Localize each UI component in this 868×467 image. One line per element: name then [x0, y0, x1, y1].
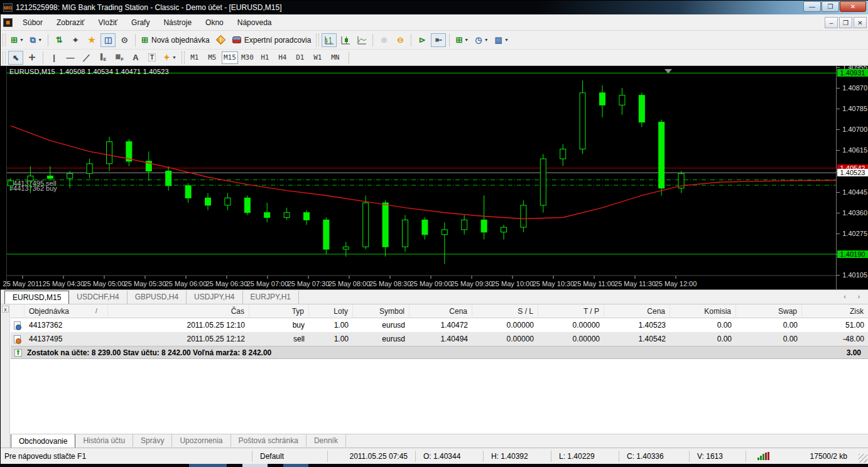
column-header-7[interactable]: T / P [538, 304, 604, 318]
chart-shift-button[interactable]: ⇤ [431, 33, 446, 47]
zoom-out-button[interactable]: ⊖ [393, 33, 408, 47]
new-chart-button[interactable]: ⊞▼ [8, 33, 26, 47]
candle-body [225, 198, 231, 205]
main-window: MIG 1212525998: MIG Bank Trading Station… [0, 0, 868, 467]
arrows-tool-button[interactable]: ✦▼ [161, 51, 179, 65]
menu-item-vloi[interactable]: Vložiť [92, 16, 125, 30]
chart-tab-usdjpyh4[interactable]: USDJPY,H4 [187, 291, 242, 304]
templates-button[interactable]: ▨▼ [492, 33, 511, 47]
minimize-button[interactable]: — [803, 1, 821, 12]
close-button[interactable]: ✕ [840, 1, 866, 12]
chart-tab-eurusdm15[interactable]: EURUSD,M15 [4, 291, 69, 304]
alert-icon: ! [216, 35, 226, 45]
auto-scroll-button[interactable]: ⊳ [415, 33, 430, 47]
chart-area[interactable]: #44137495 sell#44137362 buy EURUSD,M15 1… [1, 66, 868, 289]
sort-indicator[interactable]: / [95, 308, 97, 314]
column-header-11[interactable]: Zisk [802, 304, 868, 318]
timeframe-button-w1[interactable]: W1 [310, 51, 326, 64]
timeframe-button-h4[interactable]: H4 [274, 51, 291, 64]
terminal-tab-histriatu[interactable]: História účtu [75, 434, 133, 447]
metaeditor-button[interactable]: ! [214, 33, 229, 47]
price-badge-1.40190: 1.40190 [837, 250, 868, 258]
expert-advisors-button[interactable]: Expertní poradcovia [230, 33, 314, 47]
timeframe-button-h1[interactable]: H1 [257, 51, 273, 64]
navigator-button[interactable]: ★ [84, 33, 99, 47]
market-watch-button[interactable]: ⇅ [52, 33, 67, 47]
menu-item-npoveda[interactable]: Nápoveda [231, 16, 279, 30]
periods-button[interactable]: ◷▼ [472, 33, 491, 47]
new-order-button[interactable]: ⊞Nová objednávka [139, 33, 212, 47]
mdi-minimize-button[interactable]: ‒ [825, 17, 838, 28]
terminal-tab-upozornenia[interactable]: Upozornenia [172, 434, 231, 447]
column-header-3[interactable]: Loty [309, 304, 353, 318]
horizontal-line-button[interactable]: — [63, 51, 78, 65]
terminal-tabs-bar: ObchodovanieHistória účtuSprávyUpozornen… [11, 434, 868, 448]
toolbar-grip[interactable] [316, 34, 319, 46]
time-label-7: 25 May 07:30 [288, 280, 330, 287]
status-close: C: 1.40336 [619, 451, 689, 462]
candlestick-chart[interactable]: #44137495 sell#44137362 buy [1, 66, 836, 289]
chart-tab-eurjpyh1[interactable]: EURJPY,H1 [243, 291, 299, 304]
menu-item-sbor[interactable]: Súbor [16, 16, 50, 30]
timeframe-button-m15[interactable]: M15 [222, 51, 238, 64]
terminal-tab-dennk[interactable]: Denník [307, 434, 346, 447]
chart-tab-usdchfh4[interactable]: USDCHF,H4 [69, 291, 127, 304]
maximize-button[interactable]: ❐ [822, 1, 839, 12]
orders-table-header: Objednávka/ČasTypLotySymbolCenaS / LT / … [11, 304, 868, 318]
terminal-button[interactable]: ◫ [100, 33, 116, 47]
cursor-tool-button[interactable]: ⬉ [8, 51, 23, 65]
fibonacci-button[interactable]: ≣F [112, 51, 127, 65]
menu-item-nstroje[interactable]: Nástroje [156, 16, 198, 30]
menu-item-okno[interactable]: Okno [198, 16, 231, 30]
column-header-1[interactable]: Čas [108, 304, 249, 318]
terminal-close-icon[interactable]: x [2, 306, 9, 313]
vertical-line-button[interactable]: | [46, 51, 62, 65]
timeframe-button-m1[interactable]: M1 [187, 51, 203, 64]
column-header-5[interactable]: Cena [410, 304, 472, 318]
price-axis[interactable]: 1.409551.408701.407851.407001.406151.405… [836, 66, 868, 289]
terminal-tab-obchodovanie[interactable]: Obchodovanie [11, 434, 75, 448]
chart-line-button[interactable] [354, 33, 369, 47]
status-profile[interactable]: Default [252, 451, 327, 462]
time-axis[interactable]: 25 May 201125 May 04:3025 May 05:0025 Ma… [1, 278, 836, 289]
text-tool-button[interactable]: A [128, 51, 143, 65]
chart-bars-button[interactable] [322, 33, 337, 47]
candle-body [639, 95, 644, 122]
terminal-tab-sprvy[interactable]: Správy [133, 434, 172, 447]
column-header-2[interactable]: Typ [249, 304, 309, 318]
column-header-8[interactable]: Cena [604, 304, 670, 318]
resize-grip[interactable] [859, 454, 867, 463]
equidistant-channel-button[interactable]: ∥E [95, 51, 111, 65]
strategy-tester-button[interactable]: ⊙ [117, 33, 132, 47]
crosshair-tool-button[interactable]: ✛ [24, 51, 40, 65]
column-header-10[interactable]: Swap [736, 304, 802, 318]
menu-item-grafy[interactable]: Grafy [124, 16, 156, 30]
profiles-button[interactable]: ⧉▼ [28, 33, 45, 47]
chart-menu-icon[interactable]: ▦ [3, 18, 13, 27]
mdi-restore-button[interactable]: ❐ [839, 17, 852, 28]
toolbar-grip[interactable] [182, 51, 185, 64]
trendline-button[interactable]: ／ [79, 51, 94, 65]
chart-candles-button[interactable] [338, 33, 353, 47]
toolbar-grip[interactable] [3, 34, 6, 46]
app-icon: MIG [3, 3, 13, 12]
menu-item-zobrazi[interactable]: Zobraziť [50, 16, 92, 30]
column-header-9[interactable]: Komisia [670, 304, 736, 318]
terminal-tab-potovschrnka[interactable]: Poštová schránka [231, 434, 307, 447]
order-row-44137495[interactable]: 441374952011.05.25 12:12sell1.00eurusd1.… [11, 332, 868, 346]
chart-tabs-scroll-arrows[interactable]: ‹ › [844, 293, 865, 300]
order-row-44137362[interactable]: 441373622011.05.25 12:10buy1.00eurusd1.4… [11, 318, 868, 332]
text-label-button[interactable]: T [144, 51, 160, 65]
column-header-6[interactable]: S / L [472, 304, 538, 318]
toolbar-grip[interactable] [3, 51, 6, 64]
column-header-4[interactable]: Symbol [353, 304, 410, 318]
timeframe-button-m30[interactable]: M30 [239, 51, 256, 64]
zoom-in-button[interactable]: ⊕ [376, 33, 391, 47]
indicators-button[interactable]: ⊞▼ [453, 33, 471, 47]
chart-tab-gbpusdh4[interactable]: GBPUSD,H4 [127, 291, 187, 304]
mdi-close-button[interactable]: ✕ [854, 17, 867, 28]
timeframe-button-mn[interactable]: MN [327, 51, 344, 64]
data-window-button[interactable]: ⌖ [68, 33, 83, 47]
timeframe-button-d1[interactable]: D1 [292, 51, 308, 64]
timeframe-button-m5[interactable]: M5 [204, 51, 220, 64]
